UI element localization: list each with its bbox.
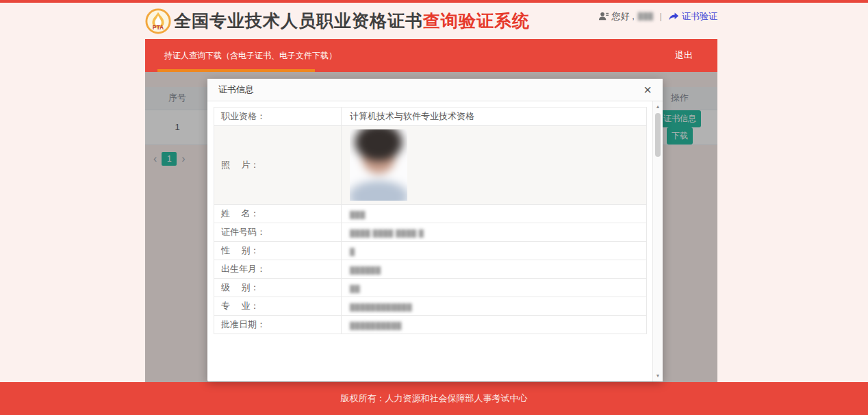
detail-row-qualification: 职业资格： 计算机技术与软件专业技术资格 [214,108,647,126]
user-greeting-area: 您好 , ███ | 证书验证 [598,10,717,23]
modal-scrollbar[interactable]: ▲ ▼ [652,101,663,381]
user-name-masked: ███ [638,12,654,20]
modal-header: 证书信息 × [207,79,663,101]
detail-row-major: 专 业： ████████████ [214,297,647,316]
row-label: 职业资格： [214,108,342,126]
masked-value: ██████████ [350,322,402,329]
masked-value: ██ [350,285,360,292]
row-label: 批准日期： [214,316,342,334]
masked-value: ██████ [350,266,381,274]
row-label: 证件号码： [214,223,342,242]
modal-title: 证书信息 [218,84,254,96]
row-label: 性 别： [214,242,342,260]
detail-row-approval-date: 批准日期： ██████████ [214,316,647,334]
masked-value: ███ [350,211,366,218]
row-value: ███ [342,205,647,223]
tab-holder-query-download[interactable]: 持证人查询下载（含电子证书、电子文件下载） [145,39,356,72]
detail-row-birth: 出生年月： ██████ [214,260,647,279]
row-label: 照 片： [214,126,342,205]
certificate-info-modal: 证书信息 × 职业资格： 计算机技术与软件专业技术资格 照 片： 姓 名： ██… [207,79,663,381]
greeting-text: 您好 , [612,10,635,23]
row-value: █ [342,242,647,260]
masked-value: ████ ████ ████ █ [350,229,424,237]
row-value: ██████████ [342,316,647,334]
detail-row-id-number: 证件号码： ████ ████ ████ █ [214,223,647,242]
row-label: 级 别： [214,279,342,297]
row-value: 计算机技术与软件专业技术资格 [342,108,647,126]
detail-row-name: 姓 名： ███ [214,205,647,223]
page-title-accent: 查询验证系统 [423,11,530,30]
certificate-verify-link[interactable]: 证书验证 [668,10,717,23]
certificate-detail-table: 职业资格： 计算机技术与软件专业技术资格 照 片： 姓 名： ███ 证件号码：… [214,107,647,334]
row-value: ██████ [342,260,647,279]
row-value [342,126,647,205]
masked-value: ████████████ [350,303,412,311]
copyright-text: 版权所有：人力资源和社会保障部人事考试中心 [341,393,528,403]
modal-body: 职业资格： 计算机技术与软件专业技术资格 照 片： 姓 名： ███ 证件号码：… [207,101,663,381]
detail-row-level: 级 别： ██ [214,279,647,297]
logout-button[interactable]: 退出 [675,39,693,72]
scroll-down-icon[interactable]: ▼ [653,371,663,381]
tab-label: 持证人查询下载（含电子证书、电子文件下载） [164,51,337,60]
share-arrow-icon [668,12,679,21]
detail-row-photo: 照 片： [214,126,647,205]
page-title: 全国专业技术人员职业资格证书查询验证系统 [174,10,530,32]
row-value: ██ [342,279,647,297]
row-value: ████████████ [342,297,647,316]
certificate-photo-blur [350,129,407,201]
site-header: PTA 全国专业技术人员职业资格证书查询验证系统 您好 , ███ | 证书验证 [145,3,717,39]
page-title-main: 全国专业技术人员职业资格证书 [174,11,423,30]
certificate-photo [350,129,407,201]
close-icon[interactable]: × [643,83,652,97]
footer: 版权所有：人力资源和社会保障部人事考试中心 [0,382,868,415]
main-nav: 持证人查询下载（含电子证书、电子文件下载） 退出 [145,39,717,72]
row-value: ████ ████ ████ █ [342,223,647,242]
masked-value: █ [350,248,355,255]
svg-text:PTA: PTA [153,24,164,31]
pta-logo-icon: PTA [145,8,171,34]
user-icon [598,11,609,21]
row-label: 出生年月： [214,260,342,279]
row-label: 姓 名： [214,205,342,223]
greeting-separator: | [660,11,662,21]
scrollbar-thumb[interactable] [655,113,661,157]
detail-row-gender: 性 别： █ [214,242,647,260]
scroll-up-icon[interactable]: ▲ [653,102,663,112]
row-label: 专 业： [214,297,342,316]
certificate-verify-label: 证书验证 [682,10,717,23]
